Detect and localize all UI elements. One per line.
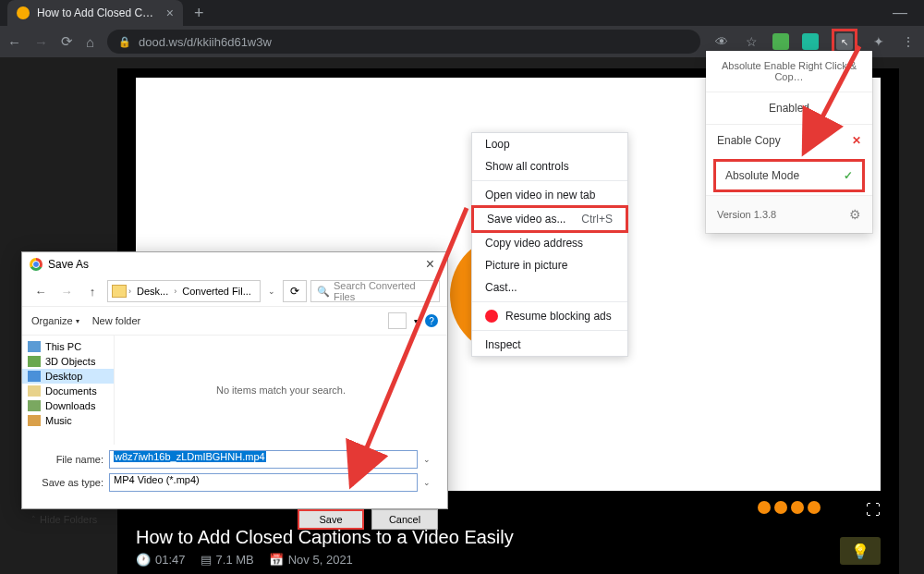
- savetype-select[interactable]: MP4 Video (*.mp4): [109, 473, 418, 492]
- home-button[interactable]: ⌂: [86, 34, 94, 50]
- video-timestamp: 1:45: [843, 468, 867, 482]
- savetype-dropdown-icon[interactable]: ⌄: [423, 478, 438, 487]
- ext-absolute-mode-highlight[interactable]: Absolute Mode ✓: [713, 159, 865, 192]
- tab-close-icon[interactable]: ×: [166, 6, 174, 20]
- dialog-toolbar: Organize ▾ New folder ▾ ?: [22, 306, 447, 336]
- new-tab-button[interactable]: +: [187, 4, 212, 23]
- menu-icon[interactable]: ⋮: [900, 33, 917, 50]
- savetype-label: Save as type:: [31, 477, 103, 488]
- filename-input[interactable]: w8z7iwh16b_zLDmIBGHNH.mp4: [109, 450, 418, 469]
- tree-downloads[interactable]: Downloads: [22, 398, 114, 413]
- forward-button[interactable]: →: [34, 34, 48, 50]
- cancel-button[interactable]: Cancel: [371, 509, 438, 530]
- eye-off-icon[interactable]: 👁: [713, 33, 730, 50]
- ext-popup-header: Absolute Enable Right Click & Cop…: [706, 51, 872, 92]
- hide-folders-button[interactable]: ˄ Hide Folders: [31, 514, 97, 525]
- nav-back-button[interactable]: ←: [30, 281, 52, 301]
- ctx-copy-address[interactable]: Copy video address: [472, 232, 627, 254]
- ctx-inspect[interactable]: Inspect: [472, 334, 627, 356]
- tab-title: How to Add Closed Captions to…: [37, 6, 159, 19]
- tab-bar: How to Add Closed Captions to… × + —: [0, 0, 924, 26]
- check-icon: ✓: [844, 169, 853, 182]
- close-x-icon[interactable]: ✕: [852, 134, 861, 147]
- tree-this-pc[interactable]: This PC: [22, 339, 114, 354]
- chrome-icon: [30, 258, 43, 271]
- cursor-extension-icon[interactable]: ↖: [836, 33, 853, 50]
- extension-green-icon[interactable]: [772, 33, 789, 50]
- lock-icon: 🔒: [118, 36, 131, 48]
- dialog-titlebar: Save As ×: [22, 252, 447, 276]
- dialog-fields: File name: w8z7iwh16b_zLDmIBGHNH.mp4 ⌄ S…: [22, 445, 447, 502]
- nav-up-button[interactable]: ↑: [81, 281, 103, 301]
- fullscreen-icon[interactable]: ⛶: [866, 502, 881, 519]
- size-meta: ▤ 7.1 MB: [201, 553, 254, 567]
- folder-tree: This PC 3D Objects Desktop Documents Dow…: [22, 336, 115, 445]
- refresh-button[interactable]: ⟳: [283, 280, 307, 302]
- browser-chrome: How to Add Closed Captions to… × + — ← →…: [0, 0, 924, 57]
- ctx-save-video[interactable]: Save video as... Ctrl+S: [474, 208, 626, 230]
- browser-tab[interactable]: How to Add Closed Captions to… ×: [7, 0, 183, 26]
- lightbulb-button[interactable]: 💡: [840, 537, 881, 565]
- back-button[interactable]: ←: [7, 34, 21, 50]
- video-meta: 🕐 01:47 ▤ 7.1 MB 📅 Nov 5, 2021: [136, 553, 353, 567]
- duration-meta: 🕐 01:47: [136, 553, 186, 567]
- tree-documents[interactable]: Documents: [22, 384, 114, 398]
- ext-popup-footer: Version 1.3.8 ⚙: [706, 195, 872, 233]
- video-context-menu: Loop Show all controls Open video in new…: [471, 132, 628, 357]
- ctx-save-video-highlight: Save video as... Ctrl+S: [471, 205, 628, 233]
- dialog-nav: ← → ↑ › Desk... › Converted Fil... ⌄ ⟳ 🔍…: [22, 276, 447, 306]
- breadcrumb[interactable]: › Desk... › Converted Fil...: [107, 280, 261, 302]
- video-progress-dots: [758, 501, 821, 514]
- url-bar[interactable]: 🔒 dood.ws/d/kkiih6d61w3w: [107, 30, 700, 54]
- date-meta: 📅 Nov 5, 2021: [269, 553, 353, 567]
- puzzle-icon[interactable]: ✦: [870, 33, 887, 50]
- view-icon[interactable]: [388, 312, 407, 329]
- ctx-open-new-tab[interactable]: Open video in new tab: [472, 184, 627, 206]
- filename-dropdown-icon[interactable]: ⌄: [423, 455, 438, 464]
- search-icon: 🔍: [317, 286, 330, 298]
- dialog-close-button[interactable]: ×: [420, 256, 440, 273]
- gear-icon[interactable]: ⚙: [849, 207, 861, 222]
- tree-music[interactable]: Music: [22, 413, 114, 428]
- extension-popup: Absolute Enable Right Click & Cop… Enabl…: [706, 51, 872, 233]
- search-input[interactable]: 🔍 Search Converted Files: [310, 280, 440, 302]
- tree-desktop[interactable]: Desktop: [22, 369, 114, 384]
- ctx-show-controls[interactable]: Show all controls: [472, 155, 627, 177]
- ext-enable-copy-row[interactable]: Enable Copy ✕: [706, 125, 872, 156]
- filename-label: File name:: [31, 454, 103, 465]
- new-folder-button[interactable]: New folder: [92, 315, 141, 326]
- ctx-resume-blocking[interactable]: Resume blocking ads: [472, 305, 627, 327]
- opera-icon: [485, 310, 498, 323]
- save-as-dialog: Save As × ← → ↑ › Desk... › Converted Fi…: [21, 251, 448, 509]
- tree-3d-objects[interactable]: 3D Objects: [22, 354, 114, 369]
- nav-forward-button[interactable]: →: [55, 281, 78, 301]
- star-icon[interactable]: ☆: [743, 33, 760, 50]
- ctx-cast[interactable]: Cast...: [472, 276, 627, 299]
- ctx-loop[interactable]: Loop: [472, 133, 627, 155]
- reload-button[interactable]: ⟳: [61, 33, 73, 50]
- help-icon[interactable]: ?: [425, 314, 438, 327]
- ctx-pip[interactable]: Picture in picture: [472, 254, 627, 276]
- url-text: dood.ws/d/kkiih6d61w3w: [139, 35, 272, 49]
- tab-favicon-icon: [17, 6, 30, 19]
- dialog-body: This PC 3D Objects Desktop Documents Dow…: [22, 336, 447, 445]
- ext-popup-status: Enabled: [706, 92, 872, 125]
- dialog-bottom: ˄ Hide Folders Save Cancel: [22, 502, 447, 537]
- save-button[interactable]: Save: [298, 509, 364, 530]
- dialog-title: Save As: [48, 258, 415, 271]
- extension-teal-icon[interactable]: [802, 33, 819, 50]
- organize-button[interactable]: Organize ▾: [31, 315, 79, 326]
- folder-icon: [112, 285, 127, 298]
- file-list-empty: No items match your search.: [115, 336, 447, 445]
- minimize-icon[interactable]: —: [893, 5, 907, 21]
